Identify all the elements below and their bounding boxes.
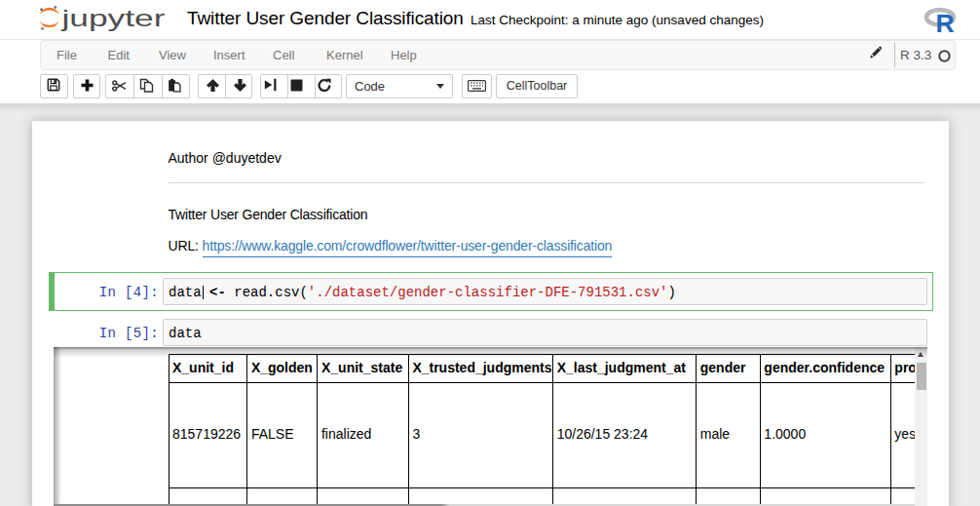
svg-text:R: R <box>936 9 955 34</box>
svg-text:jupyter: jupyter <box>60 5 165 31</box>
